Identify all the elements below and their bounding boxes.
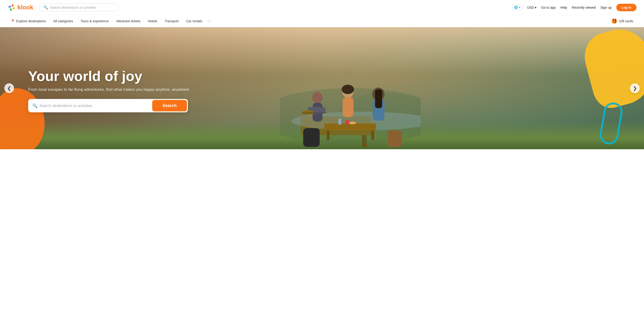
svg-rect-22 bbox=[303, 128, 320, 147]
svg-rect-23 bbox=[388, 130, 402, 147]
nav-label-gift-cards: Gift cards bbox=[619, 19, 633, 23]
chevron-right-icon: ❯ bbox=[633, 85, 637, 91]
svg-point-21 bbox=[349, 122, 356, 124]
location-icon: 📍 bbox=[11, 19, 15, 23]
log-in-button[interactable]: Log in bbox=[616, 4, 636, 11]
hero-scene-svg bbox=[280, 51, 421, 149]
nav-label-transport: Transport bbox=[165, 19, 178, 23]
svg-rect-19 bbox=[338, 119, 341, 125]
logo-text: klook bbox=[18, 4, 33, 11]
svg-point-1 bbox=[10, 6, 13, 9]
currency-selector[interactable]: USD ▾ bbox=[527, 6, 537, 9]
currency-label: USD bbox=[527, 6, 534, 9]
chevron-down-icon: ▾ bbox=[519, 6, 520, 9]
carousel-next-button[interactable]: ❯ bbox=[630, 83, 640, 93]
svg-point-12 bbox=[342, 85, 354, 94]
hero-search-button[interactable]: Search bbox=[152, 100, 187, 111]
sign-up-button[interactable]: Sign up bbox=[600, 6, 612, 9]
main-nav: 📍 Explore destinations All categories To… bbox=[0, 15, 644, 27]
klook-logo-icon bbox=[8, 3, 16, 12]
currency-chevron: ▾ bbox=[535, 6, 536, 9]
nav-item-all-categories[interactable]: All categories bbox=[50, 17, 76, 25]
hero-search-input[interactable] bbox=[38, 100, 152, 111]
nav-item-attraction-tickets[interactable]: Attraction tickets bbox=[113, 17, 144, 25]
nav-item-transport[interactable]: Transport bbox=[161, 17, 182, 25]
recently-viewed-link[interactable]: Recently viewed bbox=[572, 6, 596, 9]
nav-item-gift-cards[interactable]: 🎁 Gift cards bbox=[608, 16, 636, 26]
nav-label-car-rentals: Car rentals bbox=[186, 19, 202, 23]
nav-item-explore-destinations[interactable]: 📍 Explore destinations bbox=[8, 17, 49, 25]
svg-rect-15 bbox=[375, 89, 382, 108]
carousel-prev-button[interactable]: ❮ bbox=[4, 83, 14, 93]
hero-search-bar[interactable]: 🔍 Search bbox=[28, 99, 188, 112]
hero-content: Your world of joy From local escapes to … bbox=[28, 68, 189, 112]
chevron-left-icon: ❮ bbox=[7, 85, 11, 91]
nav-label-explore: Explore destinations bbox=[16, 19, 46, 23]
hero-section: Your world of joy From local escapes to … bbox=[0, 27, 644, 149]
search-icon-hero: 🔍 bbox=[32, 103, 38, 108]
globe-icon: 🌐 bbox=[514, 6, 518, 9]
svg-point-5 bbox=[312, 92, 322, 103]
svg-rect-18 bbox=[371, 130, 374, 140]
hero-title: Your world of joy bbox=[28, 68, 189, 84]
header-search-bar[interactable]: 🔍 bbox=[39, 3, 119, 11]
svg-rect-20 bbox=[346, 120, 349, 125]
search-icon-header: 🔍 bbox=[44, 5, 48, 10]
hero-subtitle: From local escapes to far-flung adventur… bbox=[28, 87, 189, 92]
nav-item-car-rentals[interactable]: Car rentals bbox=[183, 17, 206, 25]
header-search-input[interactable] bbox=[50, 6, 114, 9]
nav-label-attraction: Attraction tickets bbox=[116, 19, 140, 23]
header-right-controls: 🌐 ▾ USD ▾ Go to app Help Recently viewed… bbox=[512, 4, 636, 11]
go-to-app-link[interactable]: Go to app bbox=[541, 6, 556, 9]
more-categories-button[interactable]: ··· bbox=[206, 18, 212, 23]
nav-label-hotels: Hotels bbox=[148, 19, 157, 23]
logo[interactable]: klook bbox=[8, 3, 33, 12]
svg-rect-11 bbox=[343, 97, 354, 117]
gift-icon: 🎁 bbox=[611, 18, 617, 24]
nav-item-hotels[interactable]: Hotels bbox=[145, 17, 161, 25]
language-selector[interactable]: 🌐 ▾ bbox=[512, 4, 522, 10]
nav-item-tours[interactable]: Tours & experience bbox=[77, 17, 112, 25]
svg-rect-17 bbox=[327, 130, 330, 140]
nav-label-all-categories: All categories bbox=[53, 19, 73, 23]
header: klook 🔍 🌐 ▾ USD ▾ Go to app Help Recentl… bbox=[0, 0, 644, 15]
svg-rect-16 bbox=[324, 123, 376, 130]
help-link[interactable]: Help bbox=[560, 6, 567, 9]
nav-label-tours: Tours & experience bbox=[80, 19, 109, 23]
